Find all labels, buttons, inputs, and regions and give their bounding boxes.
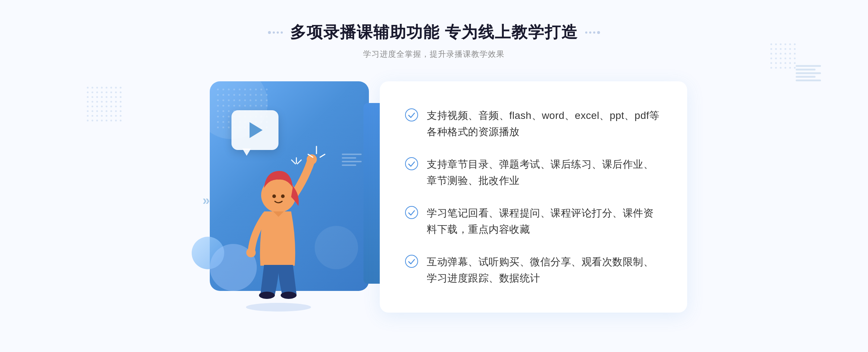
subtitle: 学习进度全掌握，提升录播课教学效果 xyxy=(268,49,600,60)
svg-point-6 xyxy=(259,292,275,299)
check-circle-icon-1 xyxy=(405,108,418,121)
deco-line xyxy=(342,157,356,159)
check-circle-icon-4 xyxy=(405,255,418,268)
play-icon xyxy=(250,122,263,138)
features-area: 支持视频、音频、flash、word、excel、ppt、pdf等各种格式的资源… xyxy=(380,81,687,313)
check-circle-icon-3 xyxy=(405,206,418,219)
check-circle-icon-2 xyxy=(405,157,418,170)
feature-text-3: 学习笔记回看、课程提问、课程评论打分、课件资料下载，重点内容收藏 xyxy=(427,205,662,238)
stripe-decoration xyxy=(796,65,821,81)
decorator-right xyxy=(585,31,600,34)
main-content: » (function() { const inner = document.c… xyxy=(181,74,687,327)
page-container: (function() { const grid = document.quer… xyxy=(0,0,868,352)
main-title: 多项录播课辅助功能 专为线上教学打造 xyxy=(290,22,578,43)
feature-text-2: 支持章节目录、弹题考试、课后练习、课后作业、章节测验、批改作业 xyxy=(427,156,662,189)
stripe-2 xyxy=(796,69,816,70)
stripe-1 xyxy=(796,65,821,67)
svg-point-4 xyxy=(272,194,276,198)
feature-item-4: 互动弹幕、试听购买、微信分享、观看次数限制、学习进度跟踪、数据统计 xyxy=(405,250,662,290)
feature-item-1: 支持视频、音频、flash、word、excel、ppt、pdf等各种格式的资源… xyxy=(405,104,662,144)
left-chevrons: » xyxy=(203,193,210,208)
stripe-4 xyxy=(796,76,816,78)
stripe-3 xyxy=(796,72,821,74)
svg-point-2 xyxy=(246,248,256,257)
decorator-dot xyxy=(593,31,595,34)
decorator-dot xyxy=(281,31,283,34)
deco-line xyxy=(342,164,356,166)
person-svg xyxy=(224,139,333,313)
dot-pattern-right: (function() { const grid = document.quer… xyxy=(770,43,796,69)
decorator-dot xyxy=(273,31,275,34)
svg-point-14 xyxy=(405,255,418,267)
decorator-dot xyxy=(268,31,271,34)
header-section: 多项录播课辅助功能 专为线上教学打造 学习进度全掌握，提升录播课教学效果 xyxy=(268,0,600,70)
svg-point-11 xyxy=(405,109,418,121)
svg-point-5 xyxy=(281,194,285,198)
decorator-dot xyxy=(585,31,587,34)
illustration-area: (function() { const inner = document.cur… xyxy=(181,81,383,320)
stripe-5 xyxy=(796,80,821,81)
svg-line-9 xyxy=(320,154,325,157)
chevron-icon: » xyxy=(203,193,210,208)
header-decorators: 多项录播课辅助功能 专为线上教学打造 xyxy=(268,22,600,43)
decorator-dot xyxy=(589,31,591,34)
deco-lines xyxy=(342,154,362,166)
deco-line xyxy=(342,154,362,155)
svg-point-13 xyxy=(405,206,418,219)
feature-text-4: 互动弹幕、试听购买、微信分享、观看次数限制、学习进度跟踪、数据统计 xyxy=(427,254,662,287)
svg-point-12 xyxy=(405,158,418,170)
dot-pattern-left: (function() { const grid = document.quer… xyxy=(87,87,122,121)
decorator-dot xyxy=(597,31,600,34)
deco-line xyxy=(342,161,362,162)
feature-item-3: 学习笔记回看、课程提问、课程评论打分、课件资料下载，重点内容收藏 xyxy=(405,202,662,241)
svg-point-0 xyxy=(246,303,311,312)
svg-point-1 xyxy=(307,154,317,164)
feature-text-1: 支持视频、音频、flash、word、excel、ppt、pdf等各种格式的资源… xyxy=(427,108,662,140)
svg-point-7 xyxy=(281,292,297,299)
feature-item-2: 支持章节目录、弹题考试、课后练习、课后作业、章节测验、批改作业 xyxy=(405,153,662,193)
person-illustration xyxy=(224,139,333,313)
decorator-left xyxy=(268,31,283,34)
decorator-dot xyxy=(277,31,279,34)
